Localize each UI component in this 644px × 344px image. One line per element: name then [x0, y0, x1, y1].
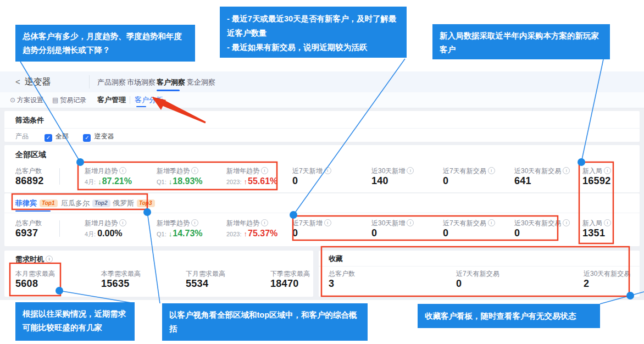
- next-quarter-demand-value: 18470: [270, 278, 299, 290]
- next-month-demand-value: 5534: [186, 278, 208, 290]
- info-icon[interactable]: i: [604, 219, 611, 226]
- quarter-trend-label: 新增季趋势i: [157, 219, 198, 228]
- info-icon[interactable]: i: [324, 167, 331, 174]
- callout-favorites: 收藏客户看板，随时查看客户有无交易状态: [418, 304, 600, 328]
- trade-30d-label: 近30天有新交易i: [514, 167, 570, 176]
- new-30d-value: 140: [371, 175, 388, 187]
- info-icon[interactable]: i: [261, 167, 268, 174]
- callout-line: - 最近如果有新交易，说明近期较为活跃: [227, 40, 399, 54]
- next-quarter-demand-label: 下季需求最高: [270, 269, 310, 279]
- quarter-demand-value: 15635: [101, 278, 130, 290]
- trade-30d-label: 近30天有新交易i: [514, 219, 570, 228]
- region-tab-philippines[interactable]: 菲律宾Top1: [15, 198, 58, 208]
- callout-newcomer: 新入局数据采取近半年内采购本方案的新玩家客户: [432, 24, 610, 59]
- metric-divider: [59, 168, 60, 185]
- trade-7d-value: 0: [443, 175, 448, 187]
- up-arrow-icon: ↑: [244, 177, 248, 186]
- new-30d-label: 近30天新增i: [371, 167, 414, 176]
- info-icon[interactable]: i: [46, 256, 53, 263]
- trade-7d-value: 0: [443, 228, 448, 239]
- tab-market-insight[interactable]: 市场洞察: [127, 77, 156, 87]
- new-7d-value: 0: [292, 175, 298, 187]
- tab-competitor-insight[interactable]: 竞企洞察: [187, 77, 215, 87]
- checkbox-all[interactable]: ✓: [45, 134, 52, 142]
- top-region-card: 菲律宾Top1 厄瓜多尔Top2 俄罗斯Top3 总客户数 6937 新增月趋势…: [4, 193, 640, 246]
- quarter-trend-label: 新增季趋势i: [157, 167, 198, 176]
- fav-trade-30d-value: 2: [584, 278, 589, 290]
- quarter-trend-value: Q1:↓14.73%: [157, 229, 203, 238]
- total-customers-label: 总客户数: [15, 219, 42, 228]
- info-icon[interactable]: i: [261, 219, 268, 226]
- info-icon[interactable]: i: [488, 219, 495, 226]
- top3-badge: Top3: [137, 199, 155, 207]
- trade-30d-value: 641: [514, 175, 531, 187]
- info-icon[interactable]: i: [191, 219, 198, 226]
- next-month-demand-label: 下月需求最高: [186, 269, 225, 279]
- active-subtab-underline: [136, 106, 146, 107]
- main-nav-bar: <逆变器 产品洞察 市场洞察 客户洞察 竞企洞察: [0, 71, 644, 92]
- filter-options: ✓全部 ✓逆变器: [45, 131, 126, 142]
- callout-demand: 根据以往采购情况，近期需求可能比较旺盛的有几家: [15, 302, 135, 341]
- info-icon[interactable]: i: [563, 219, 570, 226]
- favorites-title: 收藏: [329, 254, 343, 264]
- tab-customer-insight[interactable]: 客户洞察: [157, 77, 185, 87]
- plan-settings-button[interactable]: ⊙方案设置: [10, 96, 43, 105]
- year-trend-value: 2023:↑75.37%: [226, 229, 277, 238]
- newcomer-label: 新入局i: [582, 219, 611, 228]
- info-icon[interactable]: i: [563, 167, 570, 174]
- back-chevron-icon[interactable]: <: [15, 77, 20, 86]
- trade-records-button[interactable]: ▤贸易记录: [52, 96, 86, 105]
- checkbox-all-label[interactable]: 全部: [55, 132, 69, 140]
- year-trend-value: 2023:↑55.61%: [226, 176, 277, 186]
- quarter-trend-value: Q1:↓18.93%: [157, 176, 203, 186]
- up-arrow-icon: ↑: [244, 230, 248, 238]
- info-icon[interactable]: i: [119, 167, 126, 174]
- document-icon: ▤: [52, 96, 58, 104]
- new-30d-value: 0: [371, 228, 377, 239]
- region-tabs-divider: [4, 213, 640, 213]
- month-trend-value: 4月:0.00%: [85, 229, 123, 238]
- fav-trade-7d-value: 0: [456, 278, 462, 290]
- active-region-underline: [15, 210, 51, 212]
- back-title-group: <逆变器: [15, 76, 51, 88]
- new-30d-label: 近30天新增i: [371, 219, 414, 228]
- all-region-title: 全部区域: [15, 150, 46, 160]
- filter-card: 筛选条件 产品 ✓全部 ✓逆变器: [4, 111, 640, 142]
- month-trend-label: 新增月趋势i: [85, 219, 126, 228]
- info-icon[interactable]: i: [191, 167, 198, 174]
- checkbox-inverter-label[interactable]: 逆变器: [94, 132, 114, 140]
- region-tab-ecuador[interactable]: 厄瓜多尔Top2: [61, 198, 110, 208]
- total-customers-value: 6937: [15, 228, 38, 239]
- subtab-customer-analysis[interactable]: 客户分析: [135, 95, 163, 105]
- info-icon[interactable]: i: [407, 167, 414, 174]
- year-trend-label: 新增年趋势i: [226, 219, 268, 228]
- month-trend-value: 4月:↓87.21%: [85, 176, 132, 186]
- info-icon[interactable]: i: [324, 219, 331, 226]
- info-icon[interactable]: i: [407, 219, 414, 226]
- subtab-divider: [130, 96, 130, 104]
- subtab-customer-management[interactable]: 客户管理: [97, 95, 126, 105]
- tab-product-insight[interactable]: 产品洞察: [97, 77, 126, 87]
- checkbox-inverter[interactable]: ✓: [83, 134, 91, 142]
- favorites-card: 收藏 总客户数 3 近7天有新交易 0 近30天有新交易 2: [319, 251, 640, 297]
- total-customers-value: 86892: [15, 175, 44, 187]
- callout-customer-view: 以客户视角看全部区域和top区域中，和客户的综合概括: [162, 303, 368, 341]
- top1-badge: Top1: [40, 199, 58, 207]
- annotated-dashboard-screenshot: <逆变器 产品洞察 市场洞察 客户洞察 竞企洞察 ⊙方案设置 ▤贸易记录 客户管…: [0, 0, 644, 344]
- all-region-card: 全部区域 总客户数 86892 新增月趋势i 4月:↓87.21% 新增季趋势i…: [4, 145, 640, 192]
- info-icon[interactable]: i: [604, 167, 611, 174]
- region-tab-russia[interactable]: 俄罗斯Top3: [113, 198, 155, 208]
- new-7d-value: 0: [292, 228, 298, 239]
- new-7d-label: 近7天新增i: [292, 219, 331, 228]
- info-icon[interactable]: i: [488, 167, 495, 174]
- active-tab-underline: [157, 90, 180, 91]
- newcomer-value: 1351: [582, 228, 605, 239]
- trade-30d-value: 0: [514, 228, 520, 239]
- info-icon[interactable]: i: [119, 219, 126, 226]
- top2-badge: Top2: [92, 199, 110, 207]
- quarter-demand-label: 本季需求最高: [101, 269, 141, 279]
- new-7d-label: 近7天新增i: [292, 167, 331, 176]
- down-arrow-icon: ↓: [169, 177, 173, 186]
- newcomer-label: 新入局i: [582, 167, 611, 176]
- metric-divider: [59, 220, 60, 237]
